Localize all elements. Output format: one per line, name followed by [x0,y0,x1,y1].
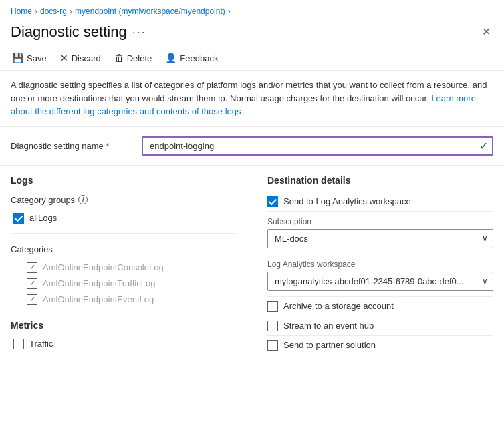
categories-title: Categories [11,240,237,260]
allLogs-checkbox[interactable] [13,213,24,224]
metric-traffic-label: Traffic [29,339,53,349]
subscription-dropdown-wrapper: Subscription ML-docs ∨ [267,212,493,254]
category-groups: Category groups i allLogs [11,191,237,226]
log-analytics-checkbox[interactable] [267,196,278,207]
category-allLogs-row: allLogs [13,210,237,226]
destination-section-title: Destination details [267,166,493,192]
feedback-button[interactable]: 👤 Feedback [164,50,219,66]
metric-traffic-checkbox[interactable] [13,339,24,349]
event-checkbox[interactable] [27,294,37,305]
required-star: * [106,141,109,151]
category-console-row: AmlOnlineEndpointConsoleLog [27,260,237,276]
metrics-section: Metrics Traffic [11,308,237,352]
main-content: Logs Category groups i allLogs Categorie… [0,166,504,355]
workspace-select[interactable]: myloganalytics-abcdef01-2345-6789-0abc-d… [267,272,493,291]
delete-button[interactable]: 🗑 Delete [113,50,154,66]
page-title: Diagnostic setting [11,23,127,41]
traffic-log-label: AmlOnlineEndpointTrafficLog [43,278,155,288]
description: A diagnostic setting specifies a list of… [0,71,504,127]
event-hub-checkbox[interactable] [267,321,278,331]
setting-name-input-wrapper: ✓ [142,136,493,156]
info-icon[interactable]: i [78,195,88,204]
valid-check-icon: ✓ [479,140,488,152]
more-options-button[interactable]: ··· [132,26,146,38]
subscription-select-wrapper: ML-docs ∨ [267,229,493,248]
delete-icon: 🗑 [114,53,124,63]
storage-checkbox[interactable] [267,301,278,312]
category-groups-title: Category groups i [11,191,237,210]
storage-label: Archive to a storage account [283,301,394,311]
log-analytics-label: Send to Log Analytics workspace [283,196,411,206]
workspace-dropdown-wrapper: Log Analytics workspace myloganalytics-a… [267,254,493,297]
toolbar: 💾 Save ✕ Discard 🗑 Delete 👤 Feedback [0,46,504,71]
event-hub-row: Stream to an event hub [267,316,493,336]
category-traffic-row: AmlOnlineEndpointTrafficLog [27,276,237,292]
setting-name-input[interactable] [142,136,493,156]
console-checkbox[interactable] [27,262,37,273]
event-label: AmlOnlineEndpointEventLog [43,294,154,304]
metrics-section-title: Metrics [11,310,237,336]
event-hub-label: Stream to an event hub [283,321,374,331]
close-button[interactable]: ✕ [479,23,493,41]
partner-label: Send to partner solution [283,340,376,350]
save-icon: 💾 [12,53,23,63]
right-column: Destination details Send to Log Analytic… [251,166,493,355]
logs-section-title: Logs [11,166,237,191]
subscription-select[interactable]: ML-docs [267,229,493,248]
feedback-icon: 👤 [165,53,176,63]
subscription-label: Subscription [267,217,493,226]
divider-1 [11,233,237,234]
partner-row: Send to partner solution [267,336,493,355]
breadcrumb-home[interactable]: Home [11,7,32,16]
setting-name-label: Diagnostic setting name * [11,141,131,151]
setting-name-row: Diagnostic setting name * ✓ [0,127,504,166]
categories-section: Categories AmlOnlineEndpointConsoleLog A… [11,240,237,308]
discard-button[interactable]: ✕ Discard [59,50,102,66]
category-event-row: AmlOnlineEndpointEventLog [27,292,237,308]
breadcrumb: Home › docs-rg › myendpoint (mymlworkspa… [0,0,504,20]
save-button[interactable]: 💾 Save [11,50,48,66]
log-analytics-row: Send to Log Analytics workspace [267,192,493,212]
storage-row: Archive to a storage account [267,297,493,316]
console-label: AmlOnlineEndpointConsoleLog [43,262,164,272]
discard-icon: ✕ [60,53,68,63]
breadcrumb-docs-rg[interactable]: docs-rg [40,7,67,16]
page-header: Diagnostic setting ··· ✕ [0,20,504,46]
workspace-select-wrapper: myloganalytics-abcdef01-2345-6789-0abc-d… [267,272,493,291]
metric-traffic-row: Traffic [13,336,237,352]
left-column: Logs Category groups i allLogs Categorie… [11,166,251,355]
allLogs-label: allLogs [29,213,57,223]
workspace-label: Log Analytics workspace [267,260,493,269]
breadcrumb-myendpoint[interactable]: myendpoint (mymlworkspace/myendpoint) [75,7,225,16]
traffic-log-checkbox[interactable] [27,278,37,289]
partner-checkbox[interactable] [267,340,278,351]
